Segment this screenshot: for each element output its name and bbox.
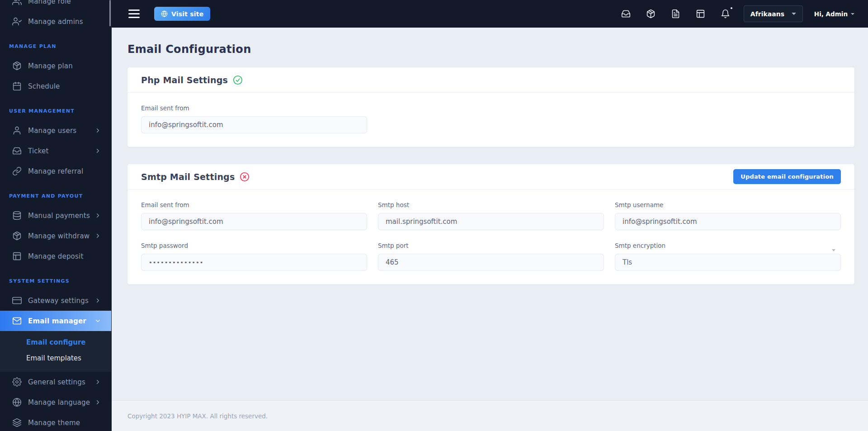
- inbox-icon[interactable]: [621, 9, 631, 19]
- copyright-text: Copyright 2023 HYIP MAX. All rights rese…: [127, 412, 268, 420]
- sidebar-section-manage-plan: MANAGE PLAN: [0, 43, 111, 49]
- smtp-port-input[interactable]: [378, 254, 604, 271]
- sidebar-item-ticket[interactable]: Ticket: [0, 141, 111, 161]
- sidebar-item-label: Email manager: [28, 317, 94, 325]
- sidebar-item-label: Manage plan: [28, 62, 101, 70]
- smtp-mail-settings-card: Smtp Mail Settings Update email configur…: [127, 164, 854, 284]
- sidebar-scrollbar[interactable]: [109, 0, 111, 26]
- php-mail-settings-card: Php Mail Settings Email sent from: [127, 67, 854, 147]
- user-check-icon: [12, 17, 22, 26]
- smtp-host-field: Smtp host: [378, 201, 604, 230]
- update-email-configuration-button[interactable]: Update email configuration: [733, 169, 841, 184]
- inbox-icon: [12, 146, 22, 156]
- sidebar-item-label: Ticket: [28, 147, 94, 155]
- chevron-down-icon: [851, 13, 854, 15]
- smtp-email-sent-from-input[interactable]: [141, 213, 367, 230]
- calendar-icon: [12, 81, 22, 91]
- field-label: Smtp port: [378, 242, 604, 249]
- sidebar: Manage role Manage admins MANAGE PLAN Ma…: [0, 0, 112, 431]
- globe-icon: [161, 10, 168, 17]
- file-text-icon[interactable]: [671, 9, 680, 19]
- sidebar-item-manage-role[interactable]: Manage role: [0, 0, 111, 11]
- smtp-username-input[interactable]: [615, 213, 841, 230]
- chevron-down-icon: [792, 13, 796, 15]
- sidebar-item-label: Manage theme: [28, 419, 101, 427]
- sidebar-item-manage-language[interactable]: Manage language: [0, 392, 111, 412]
- sidebar-item-label: Manage role: [28, 0, 101, 5]
- visit-site-button[interactable]: Visit site: [154, 7, 210, 21]
- layout-icon: [12, 251, 22, 261]
- sidebar-item-label: Manual payments: [28, 212, 94, 220]
- chevron-right-icon: [94, 399, 101, 406]
- smtp-encryption-select[interactable]: Tls: [615, 254, 841, 271]
- php-card-header: Php Mail Settings: [127, 67, 854, 93]
- sidebar-section-user-management: USER MANAGEMENT: [0, 108, 111, 114]
- hamburger-icon[interactable]: [128, 9, 140, 18]
- smtp-password-input[interactable]: [141, 254, 367, 271]
- credit-card-icon: [12, 296, 22, 305]
- chevron-down-icon: [94, 317, 101, 324]
- check-circle-icon: [233, 75, 243, 85]
- sidebar-item-general-settings[interactable]: General settings: [0, 372, 111, 392]
- php-email-sent-from-field: Email sent from: [141, 104, 367, 133]
- gear-icon: [12, 377, 22, 387]
- sidebar-item-manage-referral[interactable]: Manage referral: [0, 161, 111, 181]
- email-manager-submenu: Email configure Email templates: [0, 331, 111, 372]
- visit-site-label: Visit site: [171, 10, 203, 18]
- main-area: Email Configuration Php Mail Settings Em…: [112, 28, 868, 431]
- sidebar-item-schedule[interactable]: Schedule: [0, 76, 111, 96]
- sidebar-item-manage-admins[interactable]: Manage admins: [0, 11, 111, 32]
- page-title: Email Configuration: [127, 43, 854, 56]
- smtp-card-title: Smtp Mail Settings: [141, 172, 235, 182]
- sidebar-section-system-settings: SYSTEM SETTINGS: [0, 278, 111, 284]
- package-icon[interactable]: [646, 9, 656, 19]
- sidebar-subitem-email-templates[interactable]: Email templates: [0, 350, 111, 366]
- field-label: Smtp password: [141, 242, 367, 249]
- sidebar-item-manage-deposit[interactable]: Manage deposit: [0, 246, 111, 266]
- smtp-encryption-field: Smtp encryption Tls: [615, 242, 841, 271]
- smtp-email-sent-from-field: Email sent from: [141, 201, 367, 230]
- chevron-right-icon: [94, 379, 101, 385]
- sidebar-item-email-manager[interactable]: Email manager: [0, 311, 111, 331]
- chevron-right-icon: [94, 232, 101, 239]
- smtp-port-field: Smtp port: [378, 242, 604, 271]
- sidebar-item-manage-withdraw[interactable]: Manage withdraw: [0, 226, 111, 246]
- chevron-right-icon: [94, 297, 101, 304]
- field-label: Email sent from: [141, 104, 367, 112]
- layers-icon: [12, 418, 22, 427]
- sidebar-item-manage-theme[interactable]: Manage theme: [0, 412, 111, 431]
- sidebar-item-manage-users[interactable]: Manage users: [0, 120, 111, 141]
- sidebar-item-manage-plan[interactable]: Manage plan: [0, 56, 111, 76]
- sidebar-item-label: Manage language: [28, 398, 94, 407]
- sidebar-subitem-email-configure[interactable]: Email configure: [0, 335, 111, 350]
- php-card-body: Email sent from: [127, 93, 854, 147]
- language-selected-value: Afrikaans: [750, 10, 784, 18]
- php-email-sent-from-input[interactable]: [141, 116, 367, 133]
- sidebar-item-gateway-settings[interactable]: Gateway settings: [0, 290, 111, 311]
- user-greeting: Hi, Admin: [814, 10, 848, 18]
- link-icon: [12, 166, 22, 176]
- field-label: Smtp encryption: [615, 242, 841, 249]
- language-dropdown[interactable]: Afrikaans: [744, 5, 803, 22]
- topbar-actions: Afrikaans Hi, Admin: [606, 5, 854, 22]
- user-menu[interactable]: Hi, Admin: [814, 10, 854, 18]
- sidebar-item-label: Manage withdraw: [28, 232, 94, 240]
- chevron-right-icon: [94, 127, 101, 134]
- smtp-username-field: Smtp username: [615, 201, 841, 230]
- package-icon: [12, 61, 22, 71]
- database-icon: [12, 211, 22, 220]
- sidebar-item-label: Gateway settings: [28, 297, 94, 305]
- notification-dot: [731, 7, 732, 9]
- smtp-password-field: Smtp password: [141, 242, 367, 271]
- bell-icon: [721, 9, 730, 19]
- footer: Copyright 2023 HYIP MAX. All rights rese…: [112, 400, 868, 431]
- package-icon: [12, 231, 22, 241]
- mail-icon: [12, 316, 22, 326]
- topbar: Visit site Afrikaans Hi, Admin: [112, 0, 868, 28]
- sidebar-menu: Manage role Manage admins MANAGE PLAN Ma…: [0, 0, 111, 431]
- table-icon[interactable]: [696, 9, 705, 19]
- notifications-button[interactable]: [721, 9, 730, 19]
- smtp-host-input[interactable]: [378, 213, 604, 230]
- sidebar-item-manual-payments[interactable]: Manual payments: [0, 205, 111, 226]
- sidebar-item-label: Manage users: [28, 127, 94, 135]
